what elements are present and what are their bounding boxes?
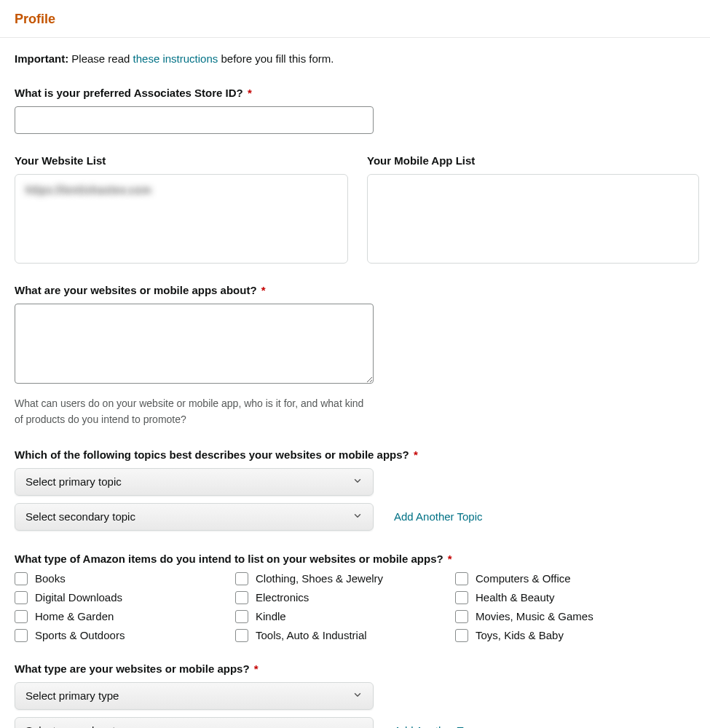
- types-label: What type are your websites or mobile ap…: [15, 662, 695, 675]
- item-toys[interactable]: Toys, Kids & Baby: [455, 629, 593, 642]
- item-books[interactable]: Books: [15, 572, 235, 585]
- page-header: Profile: [0, 0, 710, 38]
- secondary-topic-select[interactable]: Select secondary topic: [15, 503, 374, 531]
- instructions-post: before you fill this form.: [218, 52, 334, 65]
- required-marker: *: [248, 87, 252, 99]
- required-marker: *: [414, 448, 418, 461]
- website-list-box[interactable]: https://tentishaxtee.com: [15, 174, 348, 264]
- about-help: What can users do on your website or mob…: [15, 395, 364, 428]
- checkbox[interactable]: [235, 610, 248, 623]
- section-types: What type are your websites or mobile ap…: [15, 662, 695, 728]
- checkbox[interactable]: [235, 572, 248, 585]
- item-movies[interactable]: Movies, Music & Games: [455, 610, 593, 623]
- checkbox[interactable]: [15, 572, 28, 585]
- instructions-link[interactable]: these instructions: [133, 52, 218, 65]
- checkbox[interactable]: [455, 629, 468, 642]
- add-type-link[interactable]: Add Another Type: [394, 724, 481, 728]
- item-kindle[interactable]: Kindle: [235, 610, 455, 623]
- required-marker: *: [448, 553, 452, 565]
- page-title: Profile: [15, 12, 695, 27]
- item-electronics[interactable]: Electronics: [235, 591, 455, 604]
- form-content: Important: Please read these instruction…: [0, 38, 710, 728]
- section-store-id: What is your preferred Associates Store …: [15, 87, 695, 134]
- section-about: What are your websites or mobile apps ab…: [15, 284, 695, 428]
- items-checkbox-grid: Books Digital Downloads Home & Garden Sp…: [15, 572, 695, 642]
- item-digital-downloads[interactable]: Digital Downloads: [15, 591, 235, 604]
- checkbox[interactable]: [455, 610, 468, 623]
- required-marker: *: [261, 284, 266, 296]
- instructions-pre: Please read: [68, 52, 133, 65]
- item-sports-outdoors[interactable]: Sports & Outdoors: [15, 629, 235, 642]
- checkbox[interactable]: [455, 572, 468, 585]
- website-list-label: Your Website List: [15, 154, 348, 167]
- mobile-list-label: Your Mobile App List: [367, 154, 699, 167]
- website-list-col: Your Website List https://tentishaxtee.c…: [15, 154, 348, 264]
- items-label: What type of Amazon items do you intend …: [15, 553, 695, 565]
- store-id-input[interactable]: [15, 106, 374, 134]
- chevron-down-icon: [352, 689, 363, 702]
- item-health-beauty[interactable]: Health & Beauty: [455, 591, 593, 604]
- section-items: What type of Amazon items do you intend …: [15, 553, 695, 642]
- important-label: Important:: [15, 52, 68, 65]
- checkbox[interactable]: [455, 591, 468, 604]
- chevron-down-icon: [352, 475, 363, 488]
- chevron-down-icon: [352, 510, 363, 523]
- required-marker: *: [254, 662, 259, 675]
- instructions-line: Important: Please read these instruction…: [15, 52, 695, 65]
- checkbox[interactable]: [235, 629, 248, 642]
- checkbox[interactable]: [15, 610, 28, 623]
- store-id-label: What is your preferred Associates Store …: [15, 87, 695, 99]
- website-list-entry: https://tentishaxtee.com: [25, 183, 151, 196]
- add-topic-link[interactable]: Add Another Topic: [394, 510, 482, 523]
- about-textarea[interactable]: [15, 304, 374, 384]
- items-col-2: Clothing, Shoes & Jewelry Electronics Ki…: [235, 572, 455, 642]
- items-col-3: Computers & Office Health & Beauty Movie…: [455, 572, 593, 642]
- chevron-down-icon: [352, 724, 363, 728]
- item-home-garden[interactable]: Home & Garden: [15, 610, 235, 623]
- primary-topic-select[interactable]: Select primary topic: [15, 468, 374, 496]
- secondary-type-select[interactable]: Select secondary type: [15, 717, 374, 728]
- section-lists: Your Website List https://tentishaxtee.c…: [15, 154, 695, 264]
- topics-label: Which of the following topics best descr…: [15, 448, 695, 461]
- item-computers[interactable]: Computers & Office: [455, 572, 593, 585]
- about-label: What are your websites or mobile apps ab…: [15, 284, 695, 296]
- section-topics: Which of the following topics best descr…: [15, 448, 695, 531]
- checkbox[interactable]: [15, 591, 28, 604]
- item-tools[interactable]: Tools, Auto & Industrial: [235, 629, 455, 642]
- checkbox[interactable]: [15, 629, 28, 642]
- primary-type-select[interactable]: Select primary type: [15, 682, 374, 710]
- item-clothing[interactable]: Clothing, Shoes & Jewelry: [235, 572, 455, 585]
- checkbox[interactable]: [235, 591, 248, 604]
- mobile-list-box[interactable]: [367, 174, 699, 264]
- mobile-list-col: Your Mobile App List: [367, 154, 699, 264]
- items-col-1: Books Digital Downloads Home & Garden Sp…: [15, 572, 235, 642]
